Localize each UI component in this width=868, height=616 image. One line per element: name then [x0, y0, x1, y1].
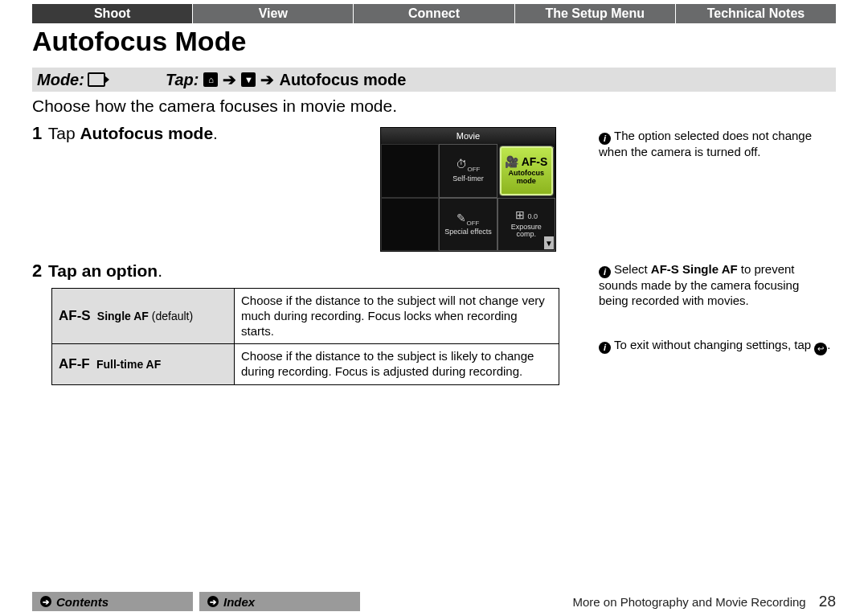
lcd-cell-exposure-comp: ⊞ 0.0 Exposurecomp. — [497, 198, 555, 252]
note-text-pre: Select — [614, 262, 651, 276]
tab-view[interactable]: View — [193, 4, 354, 23]
af-code: AF-S — [59, 308, 91, 323]
table-row: AF-F Full-time AF Choose if the distance… — [52, 344, 559, 385]
note-text-pre: To exit without changing settings, tap — [614, 338, 814, 351]
lcd-cell-label: Exposurecomp. — [511, 224, 542, 240]
footer-contents-button[interactable]: ➔ Contents — [32, 592, 193, 611]
note-single-af-sound: iSelect AF-S Single AF to prevent sounds… — [599, 262, 832, 309]
intro-text: Choose how the camera focuses in movie m… — [32, 97, 397, 116]
lcd-cell-blank — [381, 198, 439, 252]
lcd-title: Movie — [381, 128, 555, 144]
footer-bar: ➔ Contents ➔ Index More on Photography a… — [32, 592, 836, 611]
autofocus-options-table: AF-S Single AF (default) Choose if the d… — [51, 288, 559, 385]
af-desc: Choose if the distance to the subject wi… — [235, 289, 559, 344]
note-af-code: AF-S — [651, 262, 679, 276]
lcd-cell-special-effects: ✎OFF Special effects — [439, 198, 497, 252]
note-af-name: Single AF — [679, 262, 738, 276]
step-1-strong: Autofocus mode — [80, 124, 213, 142]
page-number: 28 — [819, 593, 836, 610]
movie-mode-icon — [88, 72, 105, 87]
footer-contents-label: Contents — [56, 595, 108, 609]
tab-shoot[interactable]: Shoot — [32, 4, 193, 23]
tap-path: Tap: ⌂ ➔ ▼ ➔ Autofocus mode — [166, 70, 406, 89]
note-icon: i — [599, 133, 611, 145]
lcd-cell-blank — [381, 144, 439, 198]
note-exit: iTo exit without changing settings, tap … — [599, 338, 832, 355]
tab-setup-menu[interactable]: The Setup Menu — [515, 4, 676, 23]
note-icon: i — [599, 342, 611, 354]
mode-label-group: Mode: — [32, 71, 166, 89]
exposure-comp-icon: ⊞ 0.0 — [515, 209, 538, 221]
note-persist: iThe option selected does not change whe… — [599, 129, 832, 160]
tab-bar: Shoot View Connect The Setup Menu Techni… — [32, 4, 836, 23]
lcd-cell-label: Special effects — [444, 228, 491, 236]
footer-index-button[interactable]: ➔ Index — [199, 592, 360, 611]
note-icon: i — [599, 266, 611, 278]
note-text-post: . — [827, 338, 830, 351]
note-text: The option selected does not change when… — [599, 129, 812, 158]
step-1-suffix: . — [213, 124, 218, 142]
step-1-prefix: Tap — [48, 124, 80, 142]
step-2: 2 Tap an option. — [32, 261, 162, 281]
af-desc: Choose if the distance to the subject is… — [235, 344, 559, 385]
autofocus-mode-icon: 🎥 AF-S — [505, 156, 547, 168]
home-icon: ⌂ — [203, 72, 218, 87]
camera-lcd-illustration: Movie ▲ ▼ ⏱OFF Self-timer 🎥 AF-S Autofoc… — [380, 127, 556, 252]
breadcrumb-text: More on Photography and Movie Recording — [573, 595, 806, 609]
down-panel-icon: ▼ — [241, 72, 256, 87]
step-2-strong: Tap an option — [48, 261, 158, 280]
step-2-number: 2 — [32, 261, 42, 281]
step-1-number: 1 — [32, 123, 42, 143]
lcd-cell-autofocus-mode-selected: 🎥 AF-S Autofocusmode — [499, 146, 554, 196]
tap-destination: Autofocus mode — [279, 71, 406, 89]
af-code: AF-F — [59, 356, 90, 372]
af-mode-cell-afs: AF-S Single AF (default) — [52, 289, 235, 344]
arrow-right-icon: ➔ — [40, 596, 51, 607]
step-2-suffix: . — [158, 261, 162, 280]
arrow-icon: ➔ — [260, 70, 274, 89]
tap-label: Tap: — [166, 71, 199, 89]
lcd-cell-self-timer: ⏱OFF Self-timer — [439, 144, 497, 198]
back-icon: ↩ — [814, 343, 827, 355]
tab-connect[interactable]: Connect — [354, 4, 514, 23]
arrow-right-icon: ➔ — [207, 596, 219, 607]
special-effects-icon: ✎OFF — [457, 212, 479, 228]
self-timer-icon: ⏱OFF — [456, 158, 480, 174]
page-title: Autofocus Mode — [32, 26, 246, 57]
af-name: Full-time AF — [96, 358, 161, 371]
lcd-cell-label: Autofocusmode — [509, 170, 545, 186]
af-default: (default) — [149, 310, 193, 322]
af-mode-cell-aff: AF-F Full-time AF — [52, 344, 235, 385]
footer-index-label: Index — [223, 595, 255, 609]
af-name: Single AF — [97, 310, 149, 322]
footer-breadcrumb: More on Photography and Movie Recording … — [573, 593, 836, 610]
step-1: 1 Tap Autofocus mode. — [32, 123, 218, 144]
mode-label: Mode: — [37, 71, 84, 89]
lcd-cell-label: Self-timer — [452, 175, 484, 183]
table-row: AF-S Single AF (default) Choose if the d… — [52, 289, 559, 344]
tab-technical-notes[interactable]: Technical Notes — [676, 4, 836, 23]
mode-tap-bar: Mode: Tap: ⌂ ➔ ▼ ➔ Autofocus mode — [32, 68, 836, 92]
arrow-icon: ➔ — [223, 70, 236, 89]
